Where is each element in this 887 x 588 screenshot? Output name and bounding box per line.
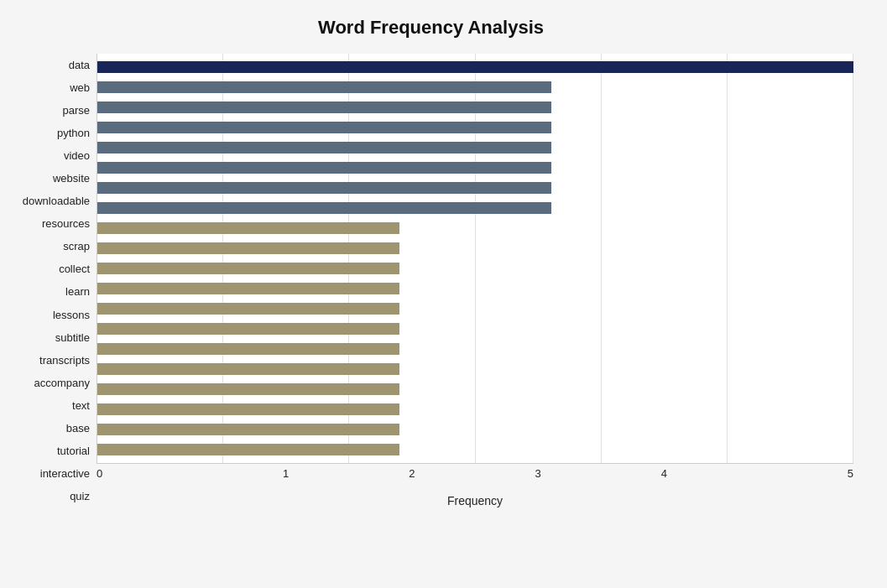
x-tick: 4	[601, 467, 727, 489]
y-label: web	[70, 82, 90, 93]
bar	[97, 222, 399, 235]
bar-row	[97, 158, 853, 178]
y-label: quiz	[70, 491, 90, 502]
bar-row	[97, 77, 853, 97]
x-tick: 0	[97, 467, 222, 489]
bar-row	[97, 278, 853, 299]
bar	[97, 182, 551, 195]
bar	[97, 444, 399, 456]
bar-row	[97, 138, 853, 158]
bar-row	[97, 218, 853, 238]
bar-row	[97, 379, 853, 399]
y-label: scrap	[63, 241, 90, 252]
bars-and-x: 012345 Frequency	[97, 54, 853, 507]
bar	[97, 162, 551, 174]
y-label: tutorial	[57, 445, 90, 456]
x-tick: 5	[728, 467, 853, 489]
bar-row	[97, 117, 853, 138]
y-label: lessons	[53, 310, 90, 320]
chart-area: datawebparsepythonvideowebsitedownloadab…	[8, 54, 853, 507]
bar	[97, 61, 853, 74]
bar	[97, 383, 399, 396]
bar-row	[97, 57, 853, 77]
y-label: resources	[42, 218, 90, 229]
bar-row	[97, 258, 853, 278]
bar-row	[97, 399, 853, 419]
y-label: interactive	[40, 468, 90, 479]
x-tick: 2	[349, 467, 475, 489]
bar-row	[97, 238, 853, 258]
bar	[97, 202, 551, 215]
bar-row	[97, 299, 853, 319]
bar	[97, 323, 399, 336]
y-label: video	[64, 150, 90, 161]
bar	[97, 101, 551, 114]
y-label: python	[57, 127, 90, 138]
bar	[97, 343, 399, 356]
x-tick: 1	[222, 467, 348, 489]
y-label: parse	[62, 105, 90, 116]
bar	[97, 81, 551, 94]
bar-row	[97, 359, 853, 379]
bar-row	[97, 339, 853, 359]
x-ticks-row: 012345	[97, 467, 853, 489]
bar-row	[97, 198, 853, 218]
y-label: text	[72, 400, 90, 411]
bar	[97, 263, 399, 275]
y-label: downloadable	[23, 195, 90, 206]
bar	[97, 142, 551, 154]
x-tick: 3	[475, 467, 601, 489]
y-label: base	[66, 423, 90, 434]
bar-row	[97, 419, 853, 440]
bar	[97, 283, 399, 295]
y-label: transcripts	[39, 355, 90, 366]
y-label: learn	[65, 286, 90, 297]
y-label: subtitle	[55, 332, 90, 343]
x-axis-label: Frequency	[97, 494, 853, 507]
chart-container: Word Frequency Analysis datawebparsepyth…	[0, 0, 887, 588]
bar	[97, 122, 551, 134]
bar	[97, 424, 399, 436]
bar-row	[97, 440, 853, 460]
bars-area	[97, 54, 853, 464]
bar	[97, 303, 399, 315]
bar-row	[97, 319, 853, 339]
bar-row	[97, 97, 853, 117]
y-label: website	[53, 173, 90, 184]
chart-title: Word Frequency Analysis	[8, 17, 853, 39]
bar-row	[97, 178, 853, 198]
bar	[97, 242, 399, 255]
bars-wrapper	[97, 54, 853, 463]
bar	[97, 403, 399, 416]
y-labels: datawebparsepythonvideowebsitedownloadab…	[8, 54, 97, 507]
y-label: accompany	[34, 377, 90, 388]
y-label: collect	[59, 263, 90, 274]
bar	[97, 363, 399, 376]
y-label: data	[69, 60, 90, 70]
x-axis: 012345	[97, 464, 853, 489]
